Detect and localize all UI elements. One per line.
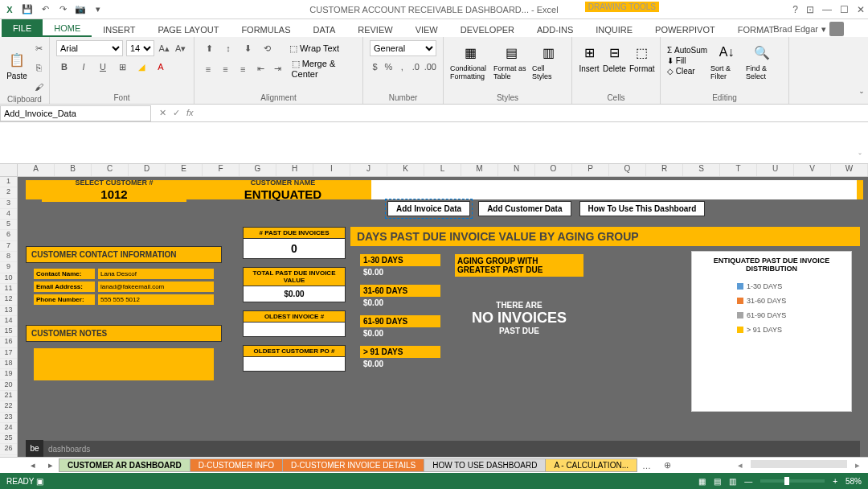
formula-textarea[interactable] (241, 122, 868, 161)
col-header[interactable]: M (461, 164, 498, 176)
row-header[interactable]: 23 (0, 413, 17, 423)
decrease-indent-icon[interactable]: ⇤ (253, 61, 268, 77)
row-header[interactable]: 10 (0, 273, 17, 284)
view-page-break-icon[interactable]: ▥ (729, 477, 736, 486)
orientation-icon[interactable]: ⟲ (259, 40, 275, 56)
add-invoice-button[interactable]: Add Invoice Data (387, 201, 470, 216)
col-header[interactable]: F (203, 164, 240, 176)
bold-icon[interactable]: B (56, 59, 72, 75)
sheet-tab-calculation[interactable]: A - CALCULATION... (545, 458, 637, 472)
col-header[interactable]: Q (609, 164, 646, 176)
col-header[interactable]: I (313, 164, 350, 176)
underline-icon[interactable]: U (95, 59, 111, 75)
col-header[interactable]: H (276, 164, 313, 176)
hscroll-right-icon[interactable]: ▸ (855, 460, 860, 471)
format-cells-button[interactable]: ⬚Format (629, 40, 655, 80)
paste-button[interactable]: 📋Paste (6, 47, 27, 88)
align-right-icon[interactable]: ≡ (235, 61, 250, 77)
select-all-corner[interactable] (0, 164, 18, 176)
autosum-button[interactable]: Σ AutoSum (667, 46, 707, 55)
user-account[interactable]: Brad Edgar ▾ (773, 22, 844, 36)
col-header[interactable]: B (55, 164, 92, 176)
zoom-in-icon[interactable]: + (833, 477, 837, 486)
camera-icon[interactable]: 📷 (74, 3, 87, 16)
border-icon[interactable]: ⊞ (114, 59, 130, 75)
col-header[interactable]: C (92, 164, 129, 176)
row-header[interactable]: 3 (0, 199, 17, 209)
col-header[interactable]: L (424, 164, 461, 176)
row-header[interactable]: 13 (0, 306, 17, 316)
help-icon[interactable]: ? (792, 4, 798, 15)
sheet-tab-invoice-details[interactable]: D-CUSTOMER INVOICE DETAILS (282, 458, 424, 472)
col-header[interactable]: R (646, 164, 683, 176)
view-page-layout-icon[interactable]: ▤ (714, 477, 721, 486)
insert-cells-button[interactable]: ⊞Insert (579, 40, 600, 80)
row-header[interactable]: 20 (0, 380, 17, 391)
sheet-nav-next-icon[interactable]: ▸ (42, 460, 59, 471)
fill-color-icon[interactable]: ◢ (133, 59, 149, 75)
row-header[interactable]: 26 (0, 444, 17, 454)
name-box[interactable] (0, 105, 151, 121)
hscroll-track[interactable] (751, 460, 847, 468)
decrease-decimal-icon[interactable]: .00 (424, 59, 436, 75)
fx-icon[interactable]: fx (186, 108, 194, 118)
currency-icon[interactable]: $ (370, 59, 380, 75)
tab-addins[interactable]: ADD-INS (526, 23, 584, 37)
zoom-out-icon[interactable]: — (744, 477, 752, 486)
cell-styles-button[interactable]: ▥Cell Styles (532, 40, 564, 80)
row-header[interactable]: 18 (0, 359, 17, 369)
cancel-formula-icon[interactable]: ✕ (159, 108, 166, 118)
collapse-ribbon-icon[interactable]: ˇ (860, 91, 863, 102)
minimize-icon[interactable]: — (822, 4, 832, 15)
format-as-table-button[interactable]: ▤Format as Table (493, 40, 529, 80)
col-header[interactable]: J (350, 164, 387, 176)
tab-data[interactable]: DATA (302, 23, 347, 37)
clear-button[interactable]: ◇ Clear (667, 67, 707, 76)
tab-formulas[interactable]: FORMULAS (230, 23, 301, 37)
save-icon[interactable]: 💾 (21, 3, 34, 16)
row-header[interactable]: 19 (0, 369, 17, 380)
sheet-tab-dashboard[interactable]: CUSTOMER AR DASHBOARD (59, 458, 190, 472)
cut-icon[interactable]: ✂ (31, 40, 47, 56)
view-normal-icon[interactable]: ▦ (698, 477, 706, 486)
delete-cells-button[interactable]: ⊟Delete (603, 40, 626, 80)
wrap-text-button[interactable]: ⬚ Wrap Text (289, 43, 339, 54)
add-customer-button[interactable]: Add Customer Data (478, 201, 571, 216)
tab-developer[interactable]: DEVELOPER (449, 23, 526, 37)
tab-home[interactable]: HOME (43, 21, 92, 37)
tab-page-layout[interactable]: PAGE LAYOUT (146, 23, 230, 37)
sort-filter-button[interactable]: A↓Sort & Filter (710, 40, 743, 80)
ribbon-options-icon[interactable]: ⊡ (806, 4, 814, 15)
col-header[interactable]: G (240, 164, 276, 176)
tab-powerpivot[interactable]: POWERPIVOT (644, 23, 727, 37)
macro-record-icon[interactable]: ▣ (36, 477, 43, 486)
add-sheet-icon[interactable]: ⊕ (656, 460, 679, 471)
font-color-icon[interactable]: A (153, 59, 169, 75)
zoom-slider[interactable] (760, 479, 825, 483)
tab-review[interactable]: REVIEW (346, 23, 403, 37)
decrease-font-icon[interactable]: A▾ (174, 40, 187, 56)
align-left-icon[interactable]: ≡ (201, 61, 215, 77)
row-header[interactable]: 21 (0, 391, 17, 401)
zoom-level[interactable]: 58% (845, 477, 862, 486)
italic-icon[interactable]: I (76, 59, 92, 75)
col-header[interactable]: K (387, 164, 424, 176)
row-header[interactable]: 4 (0, 209, 17, 220)
align-top-icon[interactable]: ⬆ (201, 40, 217, 56)
tab-file[interactable]: FILE (2, 19, 43, 37)
increase-indent-icon[interactable]: ⇥ (271, 61, 285, 77)
col-header[interactable]: U (757, 164, 794, 176)
row-header[interactable]: 25 (0, 434, 17, 444)
col-header[interactable]: N (498, 164, 535, 176)
howto-button[interactable]: How To Use This Dashboard (579, 201, 706, 216)
row-header[interactable]: 16 (0, 337, 17, 347)
notes-body[interactable] (34, 348, 214, 380)
row-header[interactable]: 15 (0, 327, 17, 337)
copy-icon[interactable]: ⎘ (31, 60, 47, 76)
row-header[interactable]: 11 (0, 284, 17, 294)
increase-font-icon[interactable]: A▴ (158, 40, 171, 56)
col-header[interactable]: W (831, 164, 868, 176)
col-header[interactable]: A (18, 164, 55, 176)
merge-center-button[interactable]: ⬚ Merge & Center (292, 59, 356, 79)
sheet-tab-howto[interactable]: HOW TO USE DASHBOARD (424, 458, 546, 472)
